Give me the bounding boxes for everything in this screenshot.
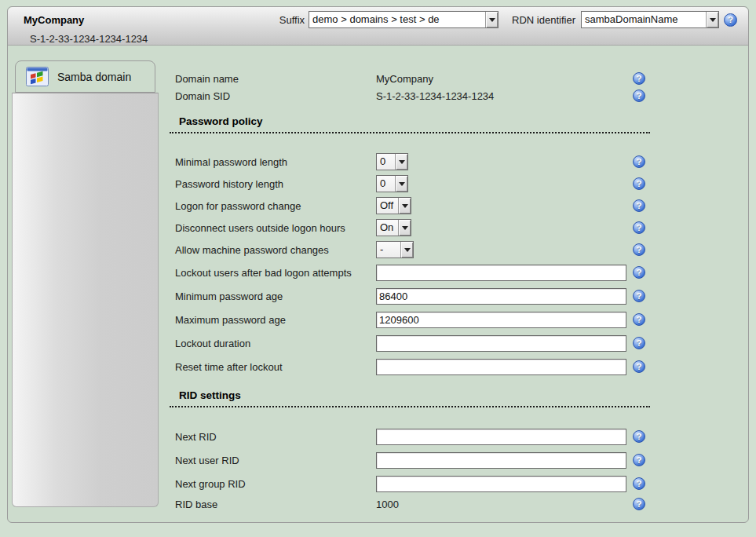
allow-machine-password-changes-row: Allow machine password changes -: [170, 239, 650, 261]
maximum-password-age-input[interactable]: [376, 312, 626, 328]
tab-samba-domain[interactable]: Samba domain: [15, 60, 155, 93]
lockout-users-row: Lockout users after bad logon attempts: [170, 261, 650, 284]
settings-form: Domain name MyCompany Domain SID S-1-2-3…: [170, 70, 650, 513]
help-icon[interactable]: [633, 454, 645, 466]
domain-sid-subtitle: S-1-2-33-1234-1234-1234: [30, 33, 148, 45]
minimum-password-age-row: Minimum password age: [170, 284, 650, 308]
allow-machine-password-changes-select[interactable]: -: [376, 241, 414, 258]
chevron-down-icon: [400, 242, 413, 258]
select-value: 0: [377, 154, 395, 170]
password-history-length-row: Password history length 0: [170, 173, 650, 195]
title-bar: MyCompany Suffix demo > domains > test >…: [8, 7, 748, 46]
logon-for-password-change-row: Logon for password change Off: [170, 195, 650, 217]
next-user-rid-row: Next user RID: [170, 448, 650, 472]
maximum-password-age-row: Maximum password age: [170, 308, 650, 331]
password-history-length-select[interactable]: 0: [376, 175, 408, 192]
chevron-down-icon: [485, 12, 498, 27]
domain-name-label: Domain name: [170, 73, 376, 85]
maximum-password-age-label: Maximum password age: [170, 314, 376, 326]
chevron-down-icon: [395, 176, 407, 192]
chevron-down-icon: [398, 220, 411, 236]
help-icon[interactable]: [633, 290, 645, 302]
reset-time-after-lockout-input[interactable]: [376, 359, 626, 375]
rid-base-value: 1000: [376, 499, 399, 510]
help-icon[interactable]: [633, 266, 645, 279]
suffix-select[interactable]: demo > domains > test > de: [309, 11, 499, 28]
password-history-length-label: Password history length: [170, 178, 376, 190]
rdn-identifier-label: RDN identifier: [512, 14, 575, 26]
samba-domain-editor-window: MyCompany Suffix demo > domains > test >…: [7, 6, 749, 523]
select-value: 0: [377, 176, 395, 192]
page-title: MyCompany: [24, 14, 84, 26]
rid-base-row: RID base 1000: [170, 495, 650, 513]
domain-sid-row: Domain SID S-1-2-33-1234-1234-1234: [170, 87, 650, 104]
chevron-down-icon: [706, 12, 718, 27]
domain-name-value: MyCompany: [376, 73, 433, 85]
help-icon[interactable]: [633, 199, 645, 212]
logon-for-password-change-select[interactable]: Off: [376, 197, 411, 214]
lockout-duration-row: Lockout duration: [170, 331, 650, 355]
logon-for-password-change-label: Logon for password change: [170, 200, 376, 212]
lockout-users-label: Lockout users after bad logon attempts: [170, 267, 376, 279]
reset-time-after-lockout-label: Reset time after lockout: [170, 361, 376, 373]
lockout-duration-input[interactable]: [376, 335, 626, 352]
reset-time-after-lockout-row: Reset time after lockout: [170, 355, 650, 378]
domain-sid-value: S-1-2-33-1234-1234-1234: [376, 90, 494, 102]
help-icon[interactable]: [633, 337, 645, 349]
disconnect-users-row: Disconnect users outside logon hours On: [170, 217, 650, 239]
select-value: On: [377, 220, 398, 236]
help-icon[interactable]: [633, 155, 645, 168]
next-rid-input[interactable]: [376, 429, 626, 445]
allow-machine-password-changes-label: Allow machine password changes: [170, 244, 376, 256]
minimal-password-length-label: Minimal password length: [170, 156, 376, 168]
suffix-select-value: demo > domains > test > de: [309, 12, 485, 27]
tab-samba-domain-label: Samba domain: [57, 71, 131, 83]
next-rid-label: Next RID: [170, 431, 376, 443]
minimum-password-age-input[interactable]: [376, 288, 626, 305]
help-icon[interactable]: [633, 477, 645, 490]
minimal-password-length-row: Minimal password length 0: [170, 151, 650, 173]
help-icon[interactable]: [633, 360, 645, 373]
next-user-rid-input[interactable]: [376, 452, 626, 469]
select-value: Off: [377, 198, 398, 214]
rdn-select-value: sambaDomainName: [582, 12, 706, 27]
minimum-password-age-label: Minimum password age: [170, 290, 376, 302]
help-icon[interactable]: [633, 313, 645, 326]
help-icon[interactable]: [633, 498, 645, 510]
next-user-rid-label: Next user RID: [170, 455, 376, 466]
next-group-rid-row: Next group RID: [170, 472, 650, 495]
select-value: -: [377, 242, 400, 258]
chevron-down-icon: [398, 198, 411, 214]
help-icon[interactable]: [724, 13, 737, 27]
chevron-down-icon: [395, 154, 407, 170]
lockout-duration-label: Lockout duration: [170, 338, 376, 349]
rdn-identifier-select[interactable]: sambaDomainName: [581, 11, 719, 28]
domain-name-row: Domain name MyCompany: [170, 70, 650, 87]
password-policy-heading: Password policy: [170, 115, 650, 133]
suffix-label: Suffix: [279, 14, 305, 26]
help-icon[interactable]: [633, 90, 645, 102]
disconnect-users-select[interactable]: On: [376, 219, 411, 236]
help-icon[interactable]: [633, 221, 645, 234]
domain-sid-label: Domain SID: [170, 90, 376, 102]
next-group-rid-label: Next group RID: [170, 478, 376, 490]
help-icon[interactable]: [633, 430, 645, 443]
rid-base-label: RID base: [170, 499, 376, 510]
next-rid-row: Next RID: [170, 425, 650, 448]
help-icon[interactable]: [633, 177, 645, 190]
sidebar-panel: [12, 93, 159, 507]
help-icon[interactable]: [633, 72, 645, 85]
windows-logo-icon: [26, 67, 49, 86]
lockout-users-input[interactable]: [376, 265, 626, 281]
rid-settings-heading: RID settings: [170, 389, 650, 407]
minimal-password-length-select[interactable]: 0: [376, 153, 408, 170]
disconnect-users-label: Disconnect users outside logon hours: [170, 222, 376, 234]
help-icon[interactable]: [633, 243, 645, 256]
next-group-rid-input[interactable]: [376, 476, 626, 492]
